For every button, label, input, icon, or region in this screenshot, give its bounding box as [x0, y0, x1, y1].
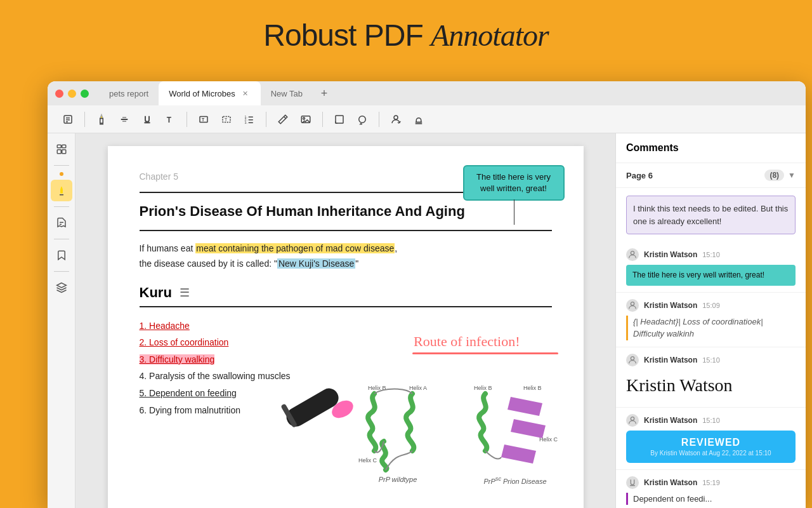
comments-header: Comments: [616, 133, 806, 163]
close-button[interactable]: [55, 90, 63, 98]
app-title-italic: Annotator: [431, 18, 549, 52]
comment-meta-3: Kristin Watson 15:09: [626, 299, 796, 312]
svg-point-45: [631, 302, 634, 305]
svg-text:3.: 3.: [245, 120, 247, 124]
new-tab-button[interactable]: +: [315, 84, 333, 102]
comment-time-4: 15:10: [702, 356, 720, 364]
svg-rect-27: [57, 145, 61, 148]
comment-time-3: 15:09: [702, 302, 720, 309]
underline-tool-button[interactable]: [137, 109, 157, 130]
pdf-page: Chapter 5 The title here is very well wr…: [108, 146, 584, 508]
svg-text:T: T: [225, 117, 227, 122]
comment-author-5: Kristin Watson: [644, 416, 697, 425]
protein-wildtype: Helix B Helix A Helix C: [349, 381, 447, 485]
separator-4: [322, 112, 323, 127]
svg-text:Helix C: Helix C: [358, 457, 377, 464]
strikethrough-tool-button[interactable]: [114, 109, 134, 130]
outline-text-button[interactable]: T: [216, 109, 237, 130]
comment-author-2: Kristin Watson: [644, 250, 697, 259]
symptom-3: 3. Difficulty walking: [140, 351, 552, 368]
symptom-2: 2. Loss of coordination: [140, 334, 552, 351]
pen-tool-button[interactable]: [273, 109, 293, 130]
highlight-tool-button[interactable]: [91, 109, 112, 130]
sidebar-layers-button[interactable]: [51, 277, 72, 298]
protein-images: Helix B Helix A Helix C: [349, 381, 565, 485]
title-bar: pets report World of Microbes ✕ New Tab …: [48, 81, 806, 105]
minimize-button[interactable]: [68, 90, 76, 98]
sidebar-annotations-button[interactable]: [51, 212, 72, 234]
comment-item-2[interactable]: Kristin Watson 15:10 The title here is v…: [616, 242, 806, 293]
avatar-2: [626, 248, 639, 261]
comment-text-3: {| Headacht}| Loss of coordinatioek| Dif…: [633, 316, 796, 340]
avatar-4: [626, 354, 639, 366]
svg-point-47: [631, 417, 634, 420]
tabs-container: pets report World of Microbes ✕ New Tab …: [99, 81, 798, 105]
kuru-title: Kuru: [140, 284, 172, 301]
separator-2: [187, 112, 187, 127]
svg-point-44: [631, 251, 634, 255]
comment-item-3[interactable]: Kristin Watson 15:09 {| Headacht}| Loss …: [616, 293, 806, 347]
reviewed-sub: By Kristin Watson at Aug 22, 2022 at 15:…: [636, 450, 785, 457]
comment-item-6[interactable]: Kristin Watson 15:19 Dependent on feedi.…: [616, 470, 806, 508]
active-comment[interactable]: I think this text needs to be edited. Bu…: [626, 196, 796, 234]
comments-page-label[interactable]: Page 6 (8) ▼: [616, 163, 806, 188]
comment-meta-2: Kristin Watson 15:10: [626, 248, 796, 261]
sidebar: [48, 133, 75, 508]
comment-meta-4: Kristin Watson 15:10: [626, 354, 796, 366]
comment-time-5: 15:10: [702, 417, 720, 424]
highlighted-blue-text: New Kuji's Disease: [277, 258, 355, 269]
tab-world-of-microbes[interactable]: World of Microbes ✕: [159, 81, 261, 105]
comments-title: Comments: [626, 142, 679, 154]
numbered-list-button[interactable]: 1. 2. 3.: [239, 109, 259, 130]
tab-close-icon[interactable]: ✕: [240, 88, 251, 98]
stamp-tool-button[interactable]: [409, 109, 429, 130]
textbox-tool-button[interactable]: T: [193, 109, 214, 130]
callout-line: [514, 199, 514, 225]
shape-tool-button[interactable]: [329, 109, 350, 130]
chevron-down-icon[interactable]: ▼: [788, 171, 796, 180]
svg-rect-22: [336, 116, 343, 123]
tab-new-tab[interactable]: New Tab: [261, 81, 313, 105]
svg-text:Helix B: Helix B: [474, 385, 492, 391]
kuru-header: Kuru ☰: [140, 284, 552, 301]
page-label-text: Page 6: [626, 171, 653, 180]
avatar-3: [626, 299, 639, 312]
svg-text:Helix C: Helix C: [539, 436, 558, 443]
protein1-label: PrP wildtype: [349, 476, 447, 483]
highlighted-yellow-text: meat containing the pathogen of mad cow …: [195, 243, 395, 253]
person-tool-button[interactable]: [386, 109, 406, 130]
separator-1: [84, 112, 85, 127]
sidebar-highlight-button[interactable]: [51, 180, 72, 201]
sidebar-thumbnails-button[interactable]: [51, 138, 72, 160]
svg-point-21: [303, 117, 305, 119]
comment-time-6: 15:19: [702, 479, 720, 486]
note-icon[interactable]: ☰: [180, 286, 190, 300]
pdf-area[interactable]: Chapter 5 The title here is very well wr…: [75, 133, 615, 508]
svg-rect-4: [100, 118, 103, 123]
active-indicator: [60, 172, 63, 176]
sidebar-sep-1: [54, 165, 69, 166]
separator-5: [379, 112, 379, 127]
app-title-regular: Robust PDF: [263, 18, 431, 52]
maximize-button[interactable]: [81, 90, 89, 98]
title-divider: [140, 230, 552, 231]
comment-item-4[interactable]: Kristin Watson 15:10 Kristin Watson: [616, 347, 806, 408]
svg-rect-16: [249, 119, 254, 121]
svg-rect-31: [60, 189, 63, 194]
image-tool-button[interactable]: [296, 109, 316, 130]
list-tool-button[interactable]: [58, 109, 78, 130]
comment-author-3: Kristin Watson: [644, 301, 697, 310]
comment-author-4: Kristin Watson: [644, 356, 697, 364]
callout-bubble: The title here is very well written, gre…: [463, 165, 565, 201]
svg-text:T: T: [202, 117, 205, 122]
comment-meta-5: Kristin Watson 15:10: [626, 414, 796, 427]
sidebar-bookmarks-button[interactable]: [51, 244, 72, 266]
toolbar: T T T 1. 2. 3.: [48, 105, 806, 133]
protein2-label: PrPsc Prion Disease: [466, 476, 565, 485]
app-header: Robust PDF Annotator: [0, 0, 812, 67]
svg-text:Helix A: Helix A: [409, 385, 427, 391]
text-tool-button[interactable]: T: [160, 109, 180, 130]
comment-item-5[interactable]: Kristin Watson 15:10 REVIEWED By Kristin…: [616, 408, 806, 470]
shape2-tool-button[interactable]: [352, 109, 372, 130]
tab-pets-report[interactable]: pets report: [99, 81, 159, 105]
